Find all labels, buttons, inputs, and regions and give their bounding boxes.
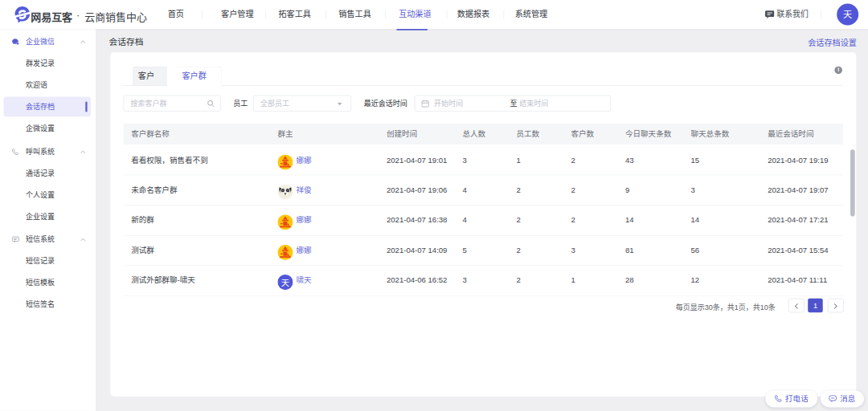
svg-text:天: 天 — [281, 279, 290, 287]
